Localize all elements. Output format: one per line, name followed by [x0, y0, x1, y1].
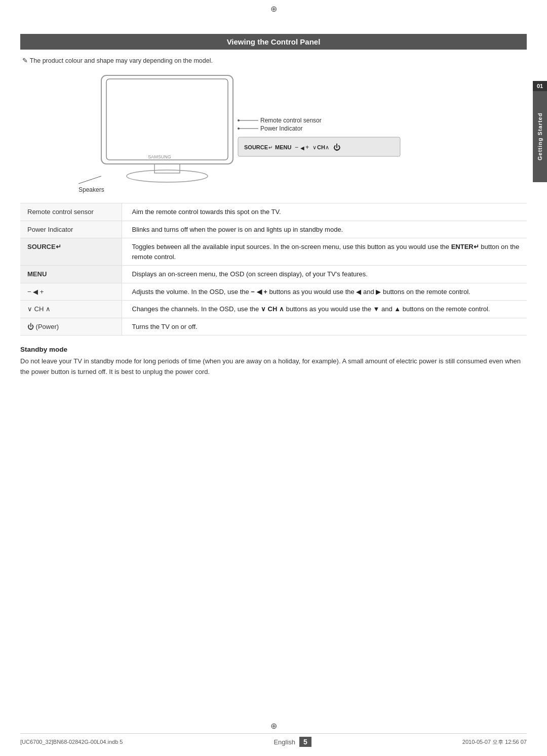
- footer-language: English: [274, 738, 295, 746]
- svg-rect-2: [154, 164, 180, 173]
- footer: [UC6700_32]BN68-02842G-00L04.indb 5 Engl…: [20, 733, 527, 747]
- footer-page: English 5: [274, 737, 311, 747]
- table-row: ∨ CH ∧Changes the channels. In the OSD, …: [20, 301, 527, 318]
- table-description: Displays an on-screen menu, the OSD (on …: [122, 266, 527, 283]
- chapter-label: Getting Started: [537, 113, 543, 160]
- table-label: ⏻ (Power): [20, 318, 122, 335]
- svg-text:∧: ∧: [325, 144, 329, 150]
- footer-page-number: 5: [299, 737, 311, 747]
- info-table: Remote control sensorAim the remote cont…: [20, 203, 527, 335]
- table-row: SOURCE↵Toggles between all the available…: [20, 238, 527, 266]
- svg-text:Speakers: Speakers: [79, 186, 104, 193]
- svg-rect-1: [101, 75, 233, 164]
- section-header: Viewing the Control Panel: [20, 34, 527, 50]
- table-label: − ◀ +: [20, 283, 122, 301]
- table-description: Aim the remote control towards this spot…: [122, 203, 527, 221]
- table-description: Toggles between all the available input …: [122, 238, 527, 266]
- section-title: Viewing the Control Panel: [227, 37, 321, 46]
- svg-point-3: [127, 170, 208, 182]
- svg-text:+: +: [305, 144, 309, 151]
- table-description: Turns the TV on or off.: [122, 318, 527, 335]
- note-line: The product colour and shape may vary de…: [20, 57, 527, 64]
- table-label: MENU: [20, 266, 122, 283]
- table-description: Adjusts the volume. In the OSD, use the …: [122, 283, 527, 301]
- registration-mark-top: ⊕: [0, 0, 547, 14]
- note-text: The product colour and shape may vary de…: [30, 57, 213, 64]
- chapter-number: 01: [533, 81, 547, 91]
- svg-text:◀: ◀: [300, 145, 304, 151]
- table-label: Power Indicator: [20, 221, 122, 238]
- svg-text:Remote control sensor: Remote control sensor: [260, 117, 322, 124]
- svg-line-22: [79, 176, 101, 184]
- svg-text:Power Indicator: Power Indicator: [260, 125, 302, 132]
- standby-text: Do not leave your TV in standby mode for…: [20, 356, 527, 377]
- svg-text:↵: ↵: [268, 145, 272, 150]
- svg-rect-0: [106, 79, 228, 160]
- chapter-tab: Getting Started: [533, 91, 547, 182]
- footer-file-info: [UC6700_32]BN68-02842G-00L04.indb 5: [20, 739, 123, 745]
- registration-mark-bottom: ⊕: [270, 721, 277, 731]
- standby-title: Standby mode: [20, 346, 527, 353]
- svg-point-20: [238, 128, 240, 130]
- table-label: SOURCE↵: [20, 238, 122, 266]
- table-row: Power IndicatorBlinks and turns off when…: [20, 221, 527, 238]
- table-row: ⏻ (Power)Turns the TV on or off.: [20, 318, 527, 335]
- svg-point-17: [238, 119, 240, 121]
- table-row: MENUDisplays an on-screen menu, the OSD …: [20, 266, 527, 283]
- standby-section: Standby mode Do not leave your TV in sta…: [20, 346, 527, 377]
- tv-diagram-svg: SAMSUNG SOURCE ↵ MENU − ◀ + ∨ CH ∧ ⏻ Rem…: [66, 71, 481, 198]
- table-row: Remote control sensorAim the remote cont…: [20, 203, 527, 221]
- svg-text:MENU: MENU: [275, 144, 291, 150]
- svg-text:⏻: ⏻: [333, 143, 340, 151]
- tv-diagram: SAMSUNG SOURCE ↵ MENU − ◀ + ∨ CH ∧ ⏻ Rem…: [66, 71, 481, 198]
- svg-text:SAMSUNG: SAMSUNG: [148, 154, 171, 159]
- table-label: Remote control sensor: [20, 203, 122, 221]
- footer-date-info: 2010-05-07 오후 12:56 07: [462, 738, 527, 746]
- table-description: Blinks and turns off when the power is o…: [122, 221, 527, 238]
- svg-text:−: −: [295, 144, 298, 151]
- svg-text:CH: CH: [317, 144, 325, 150]
- chapter-number-text: 01: [537, 83, 543, 89]
- table-label: ∨ CH ∧: [20, 301, 122, 318]
- table-row: − ◀ +Adjusts the volume. In the OSD, use…: [20, 283, 527, 301]
- svg-text:∨: ∨: [312, 144, 317, 150]
- table-description: Changes the channels. In the OSD, use th…: [122, 301, 527, 318]
- svg-text:SOURCE: SOURCE: [244, 144, 268, 150]
